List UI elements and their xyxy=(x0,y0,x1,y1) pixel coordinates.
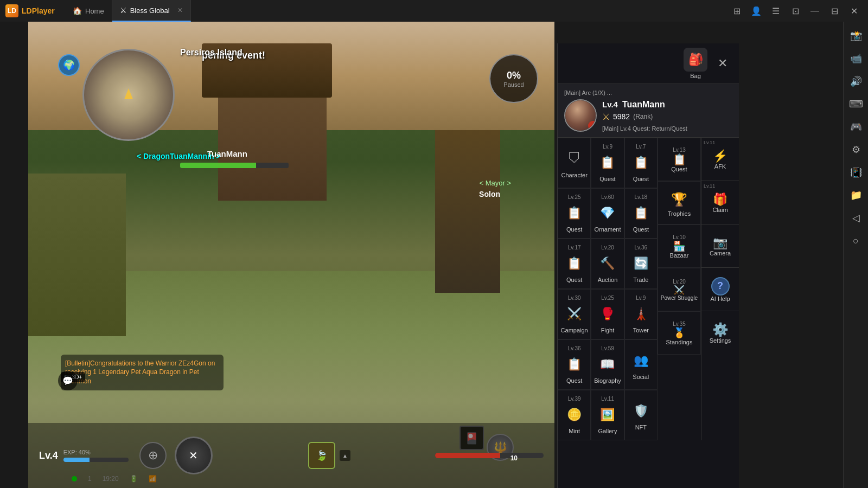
menu-item-quest-7[interactable]: Lv.7 📋 Quest xyxy=(624,138,658,188)
campaign-level: Lv.30 xyxy=(568,295,581,301)
game-tab[interactable]: ⚔ Bless Global ✕ xyxy=(112,0,191,22)
menu-item-trade[interactable]: Lv.36 🔄 Trade xyxy=(624,239,658,289)
app-name: LDPlayer xyxy=(22,7,55,15)
player-avatar[interactable]: 4 xyxy=(564,99,597,132)
menu-item-quest-25[interactable]: Lv.25 📋 Quest xyxy=(558,188,591,239)
gallery-icon: 🖼️ xyxy=(597,404,618,426)
game-tab-label: Bless Global xyxy=(130,7,170,15)
menu-item-campaign[interactable]: Lv.30 ⚔️ Campaign xyxy=(558,289,591,339)
player-rank: (Rank) xyxy=(633,113,653,120)
menu-item-gallery[interactable]: Lv.11 🖼️ Gallery xyxy=(591,390,624,440)
paused-pct: 0% xyxy=(507,70,521,81)
menu-item-tower[interactable]: Lv.9 🗼 Tower xyxy=(624,289,658,339)
menu-item-power-struggle[interactable]: Lv.20 ⚔️ Power Struggle xyxy=(658,268,701,311)
controls-btn[interactable]: 🎮 xyxy=(846,117,866,137)
menu-item-social[interactable]: 👥 Social xyxy=(624,339,658,390)
window-controls: ⊞ 👤 ☰ ⊡ — ⊟ ✕ xyxy=(728,2,868,20)
character-label: Character xyxy=(561,172,588,178)
social-label: Social xyxy=(633,374,649,380)
paused-label: Paused xyxy=(503,81,524,88)
avatar-level-badge: 4 xyxy=(588,121,597,131)
game-tab-close[interactable]: ✕ xyxy=(177,7,183,14)
claim-level: Lv.11 xyxy=(704,183,715,189)
exp-bar xyxy=(63,458,129,462)
menu-item-standings[interactable]: Lv.35 🏅 Standings xyxy=(658,311,701,355)
menu-btn[interactable]: ☰ xyxy=(767,2,784,20)
claim-button[interactable]: Lv.11 🎁 Claim xyxy=(701,181,739,224)
shake-btn[interactable]: 📳 xyxy=(846,163,866,182)
camera-button[interactable]: 📷 Camera xyxy=(701,224,739,268)
menu-item-character[interactable]: ⛉ Character xyxy=(558,138,591,188)
menu-item-biography[interactable]: Lv.59 📖 Biography xyxy=(591,339,624,390)
volume-btn[interactable]: 🔊 xyxy=(846,72,866,91)
multi-instance-btn[interactable]: ⊞ xyxy=(728,2,745,20)
player-level: Lv.4 xyxy=(602,100,618,109)
quest18-level: Lv.18 xyxy=(634,194,647,200)
chat-icon[interactable]: 💬 xyxy=(58,371,78,390)
hp-bar-wrapper xyxy=(435,453,544,458)
circle-btn[interactable]: ○ xyxy=(846,231,866,251)
auction-level: Lv.20 xyxy=(601,245,614,251)
nft-icon: 🛡️ xyxy=(630,400,652,422)
menu-item-mint[interactable]: Lv.39 🪙 Mint xyxy=(558,390,591,440)
restore-btn[interactable]: ⊟ xyxy=(826,2,843,20)
skill-leaf[interactable]: 🍃 xyxy=(308,442,335,469)
menu-item-ornament[interactable]: Lv.60 💎 Ornament xyxy=(591,188,624,239)
biography-level: Lv.59 xyxy=(601,345,614,351)
hp-bar xyxy=(435,453,544,458)
expand-btn[interactable]: ▲ xyxy=(340,450,350,461)
files-btn[interactable]: 📁 xyxy=(846,185,866,205)
afk-button[interactable]: Lv.11 ⚡ AFK xyxy=(701,138,739,181)
settings-label: Settings xyxy=(710,337,731,344)
mint-icon: 🪙 xyxy=(564,404,585,426)
screenshot-btn[interactable]: 📸 xyxy=(846,26,866,46)
back-btn[interactable]: ◁ xyxy=(846,208,866,228)
player-name-label: TuanMann xyxy=(207,149,247,158)
minimize-btn[interactable]: — xyxy=(806,2,824,20)
globe-icon[interactable]: 🌍 xyxy=(58,54,80,76)
bazaar-icon: 🏪 xyxy=(673,240,685,252)
joystick[interactable]: ⊕ xyxy=(139,442,167,469)
menu-item-trophies[interactable]: 🏆 Trophies xyxy=(658,181,701,224)
settings-button[interactable]: ⚙️ Settings xyxy=(701,311,739,355)
ai-help-button[interactable]: ? AI Help xyxy=(701,268,739,311)
apl-btn[interactable]: ⚙ xyxy=(846,140,866,159)
player-info: [Main] Arc (1/X) ... 4 Lv.4 TuanMann ⚔ 5… xyxy=(558,84,739,138)
minimap[interactable] xyxy=(82,49,175,141)
menu-item-bazaar[interactable]: Lv.10 🏪 Bazaar xyxy=(658,224,701,268)
menu-item-quest-36[interactable]: Lv.36 📋 Quest xyxy=(558,339,591,390)
game-tab-icon: ⚔ xyxy=(120,6,127,15)
building-right xyxy=(435,130,500,293)
close-btn[interactable]: ✕ xyxy=(845,2,863,20)
game-area[interactable]: pening event! 0% Paused 🌍 Persiros Islan… xyxy=(28,22,739,488)
menu-item-quest-18[interactable]: Lv.18 📋 Quest xyxy=(624,188,658,239)
settings-icon: ⚙️ xyxy=(712,322,729,337)
home-tab[interactable]: 🏠 Home xyxy=(65,0,112,22)
bag-label: Bag xyxy=(690,73,701,79)
close-panel-button[interactable]: ✕ xyxy=(713,54,732,73)
bag-button[interactable]: 🎒 Bag xyxy=(684,48,707,79)
fit-btn[interactable]: ⊡ xyxy=(787,2,804,20)
action-button[interactable]: ✕ xyxy=(175,436,213,474)
quest7-level: Lv.7 xyxy=(636,144,646,150)
menu-item-fight[interactable]: Lv.25 🥊 Fight xyxy=(591,289,624,339)
menu-item-quest-13[interactable]: Lv.13 📋 Quest xyxy=(658,138,701,181)
biography-label: Biography xyxy=(594,377,621,384)
quest17-level: Lv.17 xyxy=(568,245,581,251)
player-row: 4 Lv.4 TuanMann ⚔ 5982 (Rank) [Main] Lv.… xyxy=(564,99,732,132)
biography-icon: 📖 xyxy=(597,354,618,375)
account-btn[interactable]: 👤 xyxy=(748,2,765,20)
quest18-icon: 📋 xyxy=(630,202,652,224)
menu-item-quest-9[interactable]: Lv.9 📋 Quest xyxy=(591,138,624,188)
bazaar-level: Lv.10 xyxy=(673,234,686,240)
menu-item-auction[interactable]: Lv.20 🔨 Auction xyxy=(591,239,624,289)
trade-label: Trade xyxy=(633,277,648,283)
npc-name: Solon xyxy=(479,190,500,198)
video-btn[interactable]: 📹 xyxy=(846,49,866,68)
quest-banner: [Main] Arc (1/X) ... xyxy=(564,89,732,96)
power-struggle-icon: ⚔️ xyxy=(674,285,685,295)
menu-item-nft[interactable]: 🛡️ NFT xyxy=(624,390,658,440)
trophies-icon: 🏆 xyxy=(668,189,690,210)
menu-item-quest-17[interactable]: Lv.17 📋 Quest xyxy=(558,239,591,289)
keyboard-btn[interactable]: ⌨ xyxy=(846,94,866,114)
